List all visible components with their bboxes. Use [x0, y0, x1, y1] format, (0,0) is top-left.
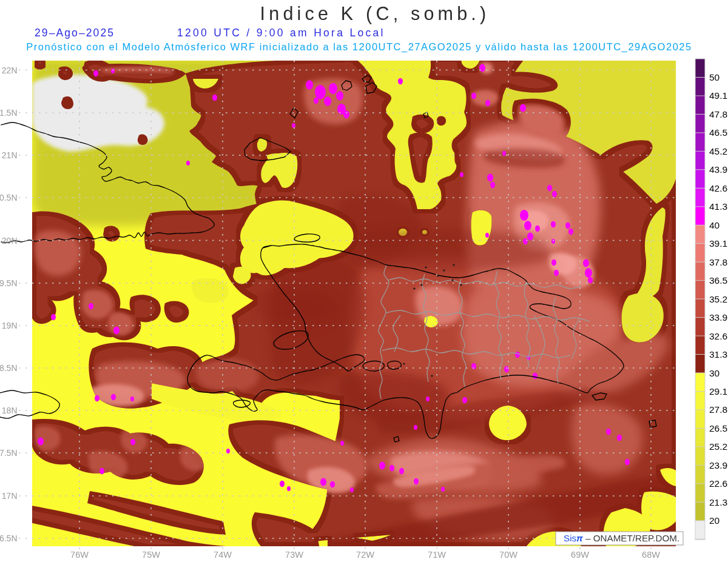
- svg-text:20N: 20N: [2, 236, 18, 246]
- svg-text:20: 20: [709, 515, 720, 526]
- svg-text:27.8: 27.8: [709, 404, 727, 415]
- svg-text:1.5N: 1.5N: [0, 108, 18, 118]
- svg-text:25.2: 25.2: [709, 441, 727, 452]
- svg-text:17N: 17N: [2, 491, 18, 501]
- svg-text:72W: 72W: [356, 550, 374, 560]
- svg-text:26.5: 26.5: [709, 423, 727, 433]
- svg-text:22.6: 22.6: [709, 478, 727, 489]
- svg-text:32.6: 32.6: [709, 331, 727, 341]
- svg-text:36.5: 36.5: [709, 275, 727, 286]
- svg-text:40: 40: [709, 220, 720, 230]
- svg-text:Pronóstico con el Modelo Atmós: Pronóstico con el Modelo Atmósferico WRF…: [26, 41, 692, 53]
- svg-text:69W: 69W: [571, 550, 589, 560]
- svg-text:47.8: 47.8: [709, 109, 727, 119]
- svg-text:22N: 22N: [2, 65, 18, 75]
- svg-text:70W: 70W: [499, 550, 517, 560]
- svg-text:35.2: 35.2: [709, 294, 727, 304]
- svg-text:74W: 74W: [214, 550, 232, 560]
- svg-text:6.5N: 6.5N: [0, 534, 18, 543]
- svg-text:7.5N: 7.5N: [0, 448, 18, 458]
- svg-text:76W: 76W: [70, 550, 89, 560]
- svg-text:50: 50: [709, 72, 720, 82]
- svg-text:49.1: 49.1: [709, 90, 727, 101]
- svg-text:71W: 71W: [428, 550, 446, 560]
- svg-text:39.1: 39.1: [709, 238, 727, 249]
- svg-text:29–Ago–2025: 29–Ago–2025: [35, 27, 115, 39]
- svg-text:21N: 21N: [2, 150, 18, 160]
- svg-text:1200 UTC / 9:00 am Hora Local: 1200 UTC / 9:00 am Hora Local: [177, 27, 385, 39]
- svg-text:19N: 19N: [2, 321, 18, 330]
- svg-text:21.3: 21.3: [709, 497, 727, 507]
- svg-text:23.9: 23.9: [709, 460, 727, 470]
- svg-text:75W: 75W: [142, 550, 160, 560]
- svg-text:42.6: 42.6: [709, 183, 727, 193]
- svg-text:43.9: 43.9: [709, 164, 727, 175]
- svg-text:29.1: 29.1: [709, 386, 727, 396]
- svg-text:30: 30: [709, 368, 720, 378]
- svg-text:9.5N: 9.5N: [0, 278, 18, 288]
- svg-text:33.9: 33.9: [709, 312, 727, 323]
- svg-text:31.3: 31.3: [709, 349, 727, 360]
- svg-text:18N: 18N: [2, 406, 18, 415]
- svg-text:41.3: 41.3: [709, 201, 727, 212]
- svg-text:68W: 68W: [642, 550, 660, 560]
- svg-text:Sisπ – ONAMET/REP.DOM.: Sisπ – ONAMET/REP.DOM.: [564, 533, 679, 543]
- svg-text:8.5N: 8.5N: [0, 363, 18, 373]
- svg-text:73W: 73W: [285, 550, 303, 560]
- svg-text:46.5: 46.5: [709, 127, 727, 138]
- svg-text:0.5N: 0.5N: [0, 193, 18, 202]
- svg-text:45.2: 45.2: [709, 146, 727, 156]
- svg-text:37.8: 37.8: [709, 257, 727, 267]
- svg-text:Indice K (C, somb.): Indice K (C, somb.): [260, 3, 490, 24]
